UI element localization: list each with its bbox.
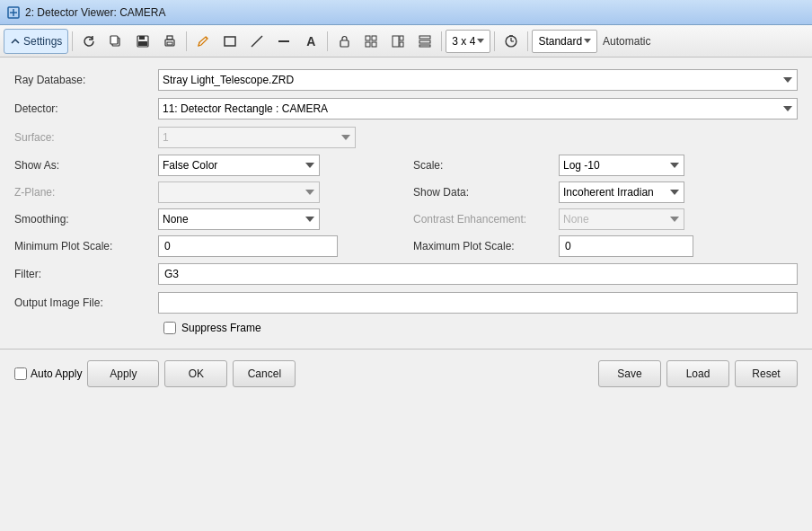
- title-bar: 2: Detector Viewer: CAMERA: [0, 0, 812, 25]
- toolbar: Settings: [0, 25, 812, 58]
- grid-view-button[interactable]: [358, 29, 384, 54]
- separator-5: [494, 31, 495, 51]
- detector-select[interactable]: 11: Detector Rectangle : CAMERA: [158, 98, 798, 119]
- contrast-label: Contrast Enhancement:: [406, 213, 559, 226]
- save-button[interactable]: Save: [598, 360, 661, 387]
- show-data-select[interactable]: Incoherent IrradianCoherent IrradianceFl…: [559, 181, 684, 203]
- settings-button[interactable]: Settings: [4, 29, 68, 54]
- save-img-button[interactable]: [130, 29, 155, 54]
- zplane-showdata-row: Z-Plane: Show Data: Incoherent IrradianC…: [14, 181, 798, 203]
- svg-rect-23: [419, 40, 430, 43]
- surface-select: 1: [158, 127, 356, 148]
- separator-1: [72, 31, 73, 51]
- ray-database-row: Ray Database: Stray Light_Telescope.ZRD: [14, 68, 798, 92]
- show-as-select[interactable]: False ColorGreyscaleTrue ColorCross Sect…: [158, 155, 320, 176]
- svg-rect-6: [139, 36, 145, 40]
- svg-line-12: [252, 36, 262, 47]
- output-image-label: Output Image File:: [14, 296, 158, 309]
- min-plot-label: Minimum Plot Scale:: [14, 240, 158, 252]
- separator-2: [186, 31, 187, 51]
- svg-rect-10: [167, 42, 172, 45]
- svg-rect-24: [419, 45, 430, 47]
- text-button[interactable]: A: [298, 29, 323, 54]
- detector-row: Detector: 11: Detector Rectangle : CAMER…: [14, 97, 798, 120]
- auto-apply-label: Auto Apply: [31, 367, 82, 380]
- z-plane-label: Z-Plane:: [14, 186, 158, 199]
- surface-label: Surface:: [14, 131, 158, 144]
- filter-row: Filter:: [14, 262, 798, 286]
- max-plot-input[interactable]: [559, 235, 693, 257]
- timer-button[interactable]: [499, 29, 524, 54]
- suppress-frame-row: Suppress Frame: [14, 322, 798, 334]
- output-image-input[interactable]: [158, 292, 798, 314]
- svg-rect-21: [400, 42, 403, 47]
- hline-button[interactable]: [271, 29, 296, 54]
- show-as-label: Show As:: [14, 159, 158, 172]
- ray-database-label: Ray Database:: [14, 74, 158, 86]
- contrast-select: NoneLowMediumHigh: [559, 208, 684, 230]
- refresh-button[interactable]: [76, 29, 102, 54]
- surface-row: Surface: 1: [14, 126, 798, 149]
- chevron-up-icon: [10, 36, 21, 47]
- separator-4: [441, 31, 442, 51]
- svg-rect-15: [366, 36, 370, 40]
- filter-input[interactable]: [158, 263, 798, 285]
- svg-rect-4: [110, 36, 118, 44]
- ok-button[interactable]: OK: [164, 360, 227, 387]
- smoothing-contrast-row: Smoothing: None1x13x35x5 Contrast Enhanc…: [14, 208, 798, 230]
- standard-label: Standard: [538, 35, 582, 48]
- suppress-frame-checkbox[interactable]: [163, 322, 176, 334]
- smoothing-label: Smoothing:: [14, 213, 158, 226]
- svg-rect-16: [372, 36, 376, 40]
- auto-apply-checkbox[interactable]: [14, 367, 27, 380]
- window-title: 2: Detector Viewer: CAMERA: [25, 6, 166, 19]
- output-image-row: Output Image File:: [14, 291, 798, 314]
- svg-rect-9: [167, 36, 172, 40]
- svg-rect-7: [138, 41, 147, 46]
- pencil-button[interactable]: [190, 29, 216, 54]
- svg-rect-11: [225, 37, 235, 46]
- copy-button[interactable]: [103, 29, 128, 54]
- auto-apply-row: Auto Apply: [14, 367, 82, 380]
- cancel-button[interactable]: Cancel: [233, 360, 296, 387]
- rect-button[interactable]: [217, 29, 243, 54]
- min-plot-input[interactable]: [158, 235, 338, 257]
- automatic-label: Automatic: [603, 35, 650, 48]
- load-button[interactable]: Load: [666, 360, 729, 387]
- separator-6: [527, 31, 528, 51]
- print-button[interactable]: [157, 29, 182, 54]
- smoothing-select[interactable]: None1x13x35x5: [158, 208, 320, 230]
- main-form: Ray Database: Stray Light_Telescope.ZRD …: [0, 58, 812, 345]
- apply-button[interactable]: Apply: [87, 360, 159, 387]
- show-data-label: Show Data:: [406, 186, 559, 199]
- svg-rect-19: [393, 36, 399, 47]
- bottom-bar: Auto Apply Apply OK Cancel Save Load Res…: [0, 353, 812, 394]
- scale-select[interactable]: Log -10Log -5LinearLog: [559, 155, 684, 176]
- line-button[interactable]: [244, 29, 269, 54]
- detector-label: Detector:: [14, 102, 158, 115]
- filter-label: Filter:: [14, 268, 158, 280]
- dropdown-arrow-icon: [477, 39, 484, 43]
- svg-rect-17: [366, 42, 370, 47]
- view2-button[interactable]: [385, 29, 410, 54]
- max-plot-label: Maximum Plot Scale:: [406, 240, 559, 252]
- grid-size-label: 3 x 4: [452, 35, 475, 48]
- layers-button[interactable]: [412, 29, 437, 54]
- lock-button[interactable]: [331, 29, 357, 54]
- suppress-frame-label: Suppress Frame: [181, 322, 261, 334]
- svg-rect-14: [340, 40, 349, 47]
- svg-rect-20: [400, 36, 403, 40]
- reset-button[interactable]: Reset: [735, 360, 798, 387]
- bottom-divider: [0, 349, 812, 350]
- settings-label: Settings: [23, 35, 62, 48]
- ray-database-select[interactable]: Stray Light_Telescope.ZRD: [158, 69, 798, 91]
- z-plane-select: [158, 181, 320, 203]
- standard-dropdown[interactable]: Standard: [532, 30, 597, 53]
- plot-scale-row: Minimum Plot Scale: Maximum Plot Scale:: [14, 235, 798, 257]
- show-as-scale-row: Show As: False ColorGreyscaleTrue ColorC…: [14, 155, 798, 176]
- scale-label: Scale:: [406, 159, 559, 172]
- svg-rect-22: [419, 36, 430, 39]
- window-icon: [7, 6, 20, 19]
- svg-rect-18: [372, 42, 376, 47]
- grid-size-dropdown[interactable]: 3 x 4: [446, 30, 490, 53]
